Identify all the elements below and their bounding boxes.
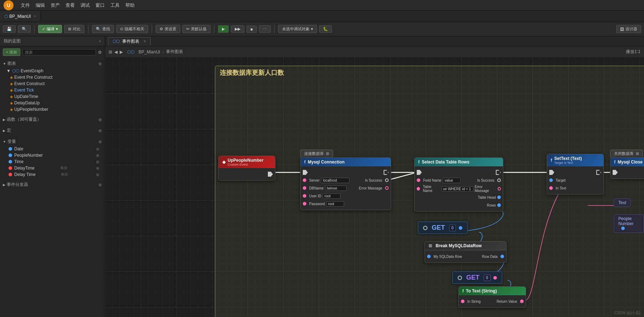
add-graph-icon[interactable]: ⊕: [98, 61, 102, 66]
debug-icon-button[interactable]: 🐛: [319, 25, 332, 33]
table-name-pin[interactable]: [417, 187, 420, 191]
nav-next-icon[interactable]: ▶: [120, 50, 123, 54]
var-people-number[interactable]: PeopleNumber ⊞: [3, 152, 102, 158]
update-date-time-item[interactable]: ◈ UpDateTime: [3, 93, 102, 100]
get1-in-pin[interactable]: [423, 226, 427, 230]
menu-help[interactable]: 帮助: [123, 2, 137, 9]
stop-button[interactable]: ■: [246, 26, 257, 33]
add-button[interactable]: + 添加: [3, 48, 20, 56]
return-value-pin[interactable]: [520, 300, 524, 303]
target-pin[interactable]: [549, 178, 553, 182]
connect-db-settings[interactable]: ⊞: [326, 151, 329, 156]
var-date-expand[interactable]: ⊞: [96, 147, 99, 151]
add-variable-icon[interactable]: ⊕: [98, 139, 102, 144]
var-time[interactable]: Time ⊞: [3, 158, 102, 165]
error-pin-2[interactable]: [498, 187, 501, 191]
event-graph-tab[interactable]: ⬡⬡ 事件图表 ×: [108, 37, 151, 46]
userid-pin[interactable]: [303, 194, 306, 198]
canvas[interactable]: 连接数据库更新人口数: [105, 58, 644, 317]
event-dispatchers-header[interactable]: ▶ 事件分发器 ⊕: [3, 181, 102, 189]
up-people-number-item[interactable]: ◈ UpPeopleNumber: [3, 106, 102, 113]
play-button[interactable]: ▶: [218, 25, 229, 33]
server-pin[interactable]: [303, 178, 306, 182]
macros-header[interactable]: ▶ 宏 ⊕: [3, 126, 102, 135]
rows-pin[interactable]: [497, 203, 501, 207]
is-success-pin-2[interactable]: [497, 178, 501, 182]
event-pre-construct-item[interactable]: ◈ Event Pre Construct: [3, 74, 102, 80]
password-pin[interactable]: [303, 202, 306, 206]
mysql-exec-in[interactable]: [303, 170, 308, 175]
designer-button[interactable]: 🖼 设计器: [616, 25, 641, 33]
hide-unrelated-button[interactable]: ⊙ 隐藏不相关: [116, 25, 148, 33]
debug-target-button[interactable]: 未选中调试对象 ▾: [278, 25, 317, 33]
node-get-1[interactable]: GET 0: [418, 222, 468, 234]
nav-back-icon[interactable]: ⊞: [109, 50, 112, 54]
nav-prev-icon[interactable]: ◀: [114, 50, 118, 54]
field-name-pin[interactable]: [417, 178, 420, 182]
menu-window[interactable]: 窗口: [93, 2, 108, 9]
connect-db-button[interactable]: 连接数据库 ⊞: [300, 150, 333, 158]
set-text-exec-out[interactable]: [596, 170, 601, 175]
bp-tab[interactable]: ⬡ BP_MianUI ×: [0, 11, 41, 22]
people-number-pin[interactable]: [621, 227, 625, 230]
var-delay-time1[interactable]: DelayTime 布尔 ⊞: [3, 165, 102, 171]
event-construct-item[interactable]: ◈ Event Construct: [3, 80, 102, 87]
table-head-pin[interactable]: [497, 196, 501, 199]
server-input[interactable]: [321, 178, 349, 183]
settings-icon[interactable]: ⚙: [98, 50, 102, 55]
add-function-icon[interactable]: ⊕: [98, 117, 102, 122]
class-settings-button[interactable]: ⚙ 类设置: [156, 25, 180, 33]
menu-asset[interactable]: 资产: [48, 2, 63, 9]
var-time-expand[interactable]: ⊞: [96, 160, 99, 164]
in-string-pin[interactable]: [461, 300, 464, 303]
menu-tools[interactable]: 工具: [108, 2, 123, 9]
mysql-exec-out[interactable]: [384, 170, 389, 175]
get2-out-pin[interactable]: [493, 276, 497, 280]
select-exec-in[interactable]: [417, 170, 422, 175]
search-input[interactable]: [22, 49, 96, 56]
close-left-tab[interactable]: ×: [99, 39, 101, 44]
menu-debug[interactable]: 调试: [78, 2, 93, 9]
mysql-close-exec-in[interactable]: [613, 170, 618, 175]
browse-button[interactable]: 🔍: [18, 25, 31, 33]
breadcrumb-bp[interactable]: BP_MianUI: [139, 50, 160, 54]
get1-out-pin[interactable]: [459, 226, 462, 230]
get2-in-pin[interactable]: [458, 276, 462, 280]
get2-index[interactable]: 0: [484, 275, 490, 281]
add-macro-icon[interactable]: ⊕: [98, 128, 102, 133]
graphs-header[interactable]: ▼ 图表 ⊕: [3, 59, 102, 68]
diff-button[interactable]: ⊞ 对比: [64, 25, 84, 33]
close-db-settings[interactable]: ⊞: [636, 151, 639, 156]
variables-header[interactable]: ▼ 变量 ⊕: [3, 137, 102, 146]
var-date[interactable]: Date ⊞: [3, 146, 102, 152]
var-people-expand[interactable]: ⊞: [96, 154, 99, 157]
password-input[interactable]: [326, 201, 344, 207]
var-delay-time2[interactable]: Delay Time 布尔 ⊞: [3, 171, 102, 178]
var-delay1-expand[interactable]: ⊞: [96, 166, 99, 170]
close-db-button[interactable]: 关闭数据库 ⊞: [610, 150, 643, 158]
breadcrumb-event[interactable]: 事件图表: [166, 49, 183, 55]
in-text-pin[interactable]: [549, 186, 553, 190]
var-delay2-expand[interactable]: ⊞: [96, 173, 99, 177]
menu-view[interactable]: 查看: [63, 2, 78, 9]
my-sql-pin[interactable]: [427, 255, 431, 258]
functions-header[interactable]: ▶ 函数（36可覆盖） ⊕: [3, 115, 102, 124]
dbname-input[interactable]: [325, 186, 347, 191]
node-get-2[interactable]: GET 0: [452, 271, 502, 284]
event-graph-item[interactable]: ▼ ⬡⬡ EventGraph: [3, 68, 102, 74]
class-defaults-button[interactable]: ✏ 类默认值: [182, 25, 211, 33]
extra-debug[interactable]: ⋯: [259, 25, 271, 33]
resume-button[interactable]: ▶▶: [231, 25, 244, 33]
add-dispatcher-icon[interactable]: ⊕: [98, 182, 102, 187]
delay-data-up-item[interactable]: ◈ DelayDataUp: [3, 100, 102, 106]
select-exec-out[interactable]: [496, 170, 501, 175]
event-tick-item[interactable]: ◈ Event Tick: [3, 87, 102, 93]
row-data-pin[interactable]: [500, 255, 504, 258]
userid-input[interactable]: [323, 193, 341, 199]
error-pin-1[interactable]: [385, 186, 389, 190]
field-name-input[interactable]: [443, 178, 461, 183]
get1-index[interactable]: 0: [449, 225, 456, 231]
dbname-pin[interactable]: [303, 186, 306, 190]
table-name-input[interactable]: [441, 186, 473, 192]
tab-close[interactable]: ×: [34, 14, 36, 18]
